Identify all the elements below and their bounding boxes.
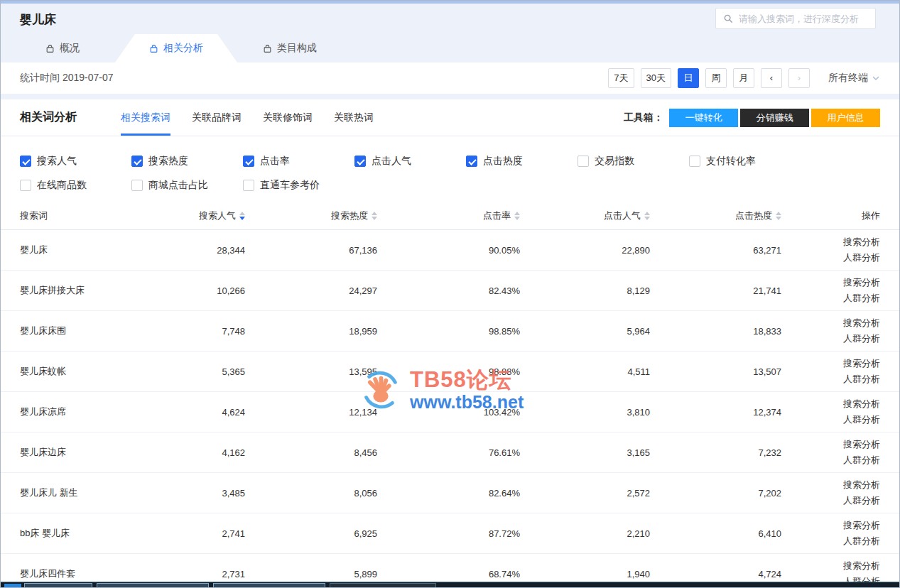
next-page-button[interactable]: ›	[788, 68, 810, 88]
crowd-analysis-link[interactable]: 人群分析	[843, 535, 880, 547]
search-analysis-link[interactable]: 搜索分析	[843, 439, 880, 450]
sort-carets-icon[interactable]	[239, 212, 245, 220]
column-header-click-rate[interactable]: 点击率	[377, 209, 520, 222]
checkbox-icon[interactable]	[20, 180, 31, 191]
search-box[interactable]	[715, 8, 876, 29]
cell-search-heat: 8,456	[245, 447, 377, 458]
checkbox-icon[interactable]	[243, 156, 254, 167]
filter-click-rate[interactable]: 点击率	[243, 155, 354, 168]
crowd-analysis-link[interactable]: 人群分析	[843, 374, 880, 385]
subtab-related-brand-terms[interactable]: 关联品牌词	[192, 99, 242, 136]
column-header-click-popularity[interactable]: 点击人气	[520, 209, 650, 222]
checkbox-icon[interactable]	[354, 156, 366, 167]
checkbox-icon[interactable]	[689, 156, 700, 167]
bag-icon	[149, 44, 158, 53]
taskbar-window-button[interactable]	[330, 583, 436, 588]
cell-actions: 搜索分析人群分析	[781, 520, 880, 547]
toolbox: 工具箱： 一键转化分销赚钱用户信息	[624, 109, 880, 127]
taskbar-window-button[interactable]	[97, 583, 209, 588]
bag-icon	[45, 44, 55, 53]
search-analysis-link[interactable]: 搜索分析	[843, 520, 880, 531]
search-analysis-link[interactable]: 搜索分析	[843, 479, 880, 491]
metric-filters: 搜索人气搜索热度点击率点击人气点击热度交易指数支付转化率在线商品数商城点击占比直…	[0, 136, 900, 202]
tab-overview[interactable]: 概况	[6, 34, 119, 62]
cell-click-popularity: 2,572	[520, 488, 650, 499]
taskbar-notification-chip[interactable]	[4, 584, 21, 588]
column-header-click-heat[interactable]: 点击热度	[650, 209, 781, 222]
user-info-button[interactable]: 用户信息	[811, 109, 880, 127]
sort-carets-icon[interactable]	[644, 212, 650, 220]
cell-click-rate: 103.42%	[377, 407, 520, 418]
crowd-analysis-link[interactable]: 人群分析	[843, 293, 880, 304]
column-header-search-popularity[interactable]: 搜索人气	[126, 209, 245, 222]
subtab-related-hot-terms[interactable]: 关联热词	[334, 99, 374, 136]
range-button-week[interactable]: 周	[705, 68, 727, 88]
sort-carets-icon[interactable]	[776, 212, 781, 220]
distribution-earn-button[interactable]: 分销赚钱	[740, 109, 809, 127]
related-words-card: 相关词分析 相关搜索词关联品牌词关联修饰词关联热词 工具箱： 一键转化分销赚钱用…	[0, 99, 900, 588]
checkbox-icon[interactable]	[131, 180, 143, 191]
crowd-analysis-link[interactable]: 人群分析	[843, 495, 880, 506]
checkbox-icon[interactable]	[578, 156, 589, 167]
cell-click-heat: 4,724	[650, 569, 781, 579]
cell-search-heat: 67,136	[245, 245, 377, 256]
column-label: 点击率	[483, 209, 511, 222]
filter-click-popularity[interactable]: 点击人气	[354, 155, 466, 168]
taskbar-window-button[interactable]	[213, 583, 325, 588]
cell-click-popularity: 3,810	[520, 407, 650, 418]
sort-carets-icon[interactable]	[372, 212, 377, 220]
filter-pay-conversion-rate[interactable]: 支付转化率	[689, 155, 801, 168]
range-button-7d[interactable]: 7天	[608, 68, 634, 88]
search-analysis-link[interactable]: 搜索分析	[843, 317, 880, 329]
filter-label: 点击率	[260, 155, 290, 168]
tab-label: 相关分析	[163, 42, 203, 55]
tab-related-analysis[interactable]: 相关分析	[119, 34, 233, 62]
column-label: 点击热度	[735, 209, 772, 222]
tab-category-composition[interactable]: 类目构成	[233, 34, 347, 62]
crowd-analysis-link[interactable]: 人群分析	[843, 333, 880, 344]
column-header-search-heat[interactable]: 搜索热度	[245, 209, 377, 222]
filter-search-popularity[interactable]: 搜索人气	[20, 155, 131, 168]
search-analysis-link[interactable]: 搜索分析	[843, 398, 880, 410]
checkbox-icon[interactable]	[131, 156, 143, 167]
one-key-convert-button[interactable]: 一键转化	[669, 109, 738, 127]
search-input[interactable]	[739, 13, 868, 24]
sort-carets-icon[interactable]	[514, 212, 520, 220]
search-analysis-link[interactable]: 搜索分析	[843, 358, 880, 369]
date-controls: 7天30天日周月 ‹ › 所有终端	[602, 68, 880, 88]
range-button-month[interactable]: 月	[733, 68, 754, 88]
column-header-action: 操作	[781, 209, 880, 222]
checkbox-icon[interactable]	[466, 156, 477, 167]
subtab-related-search-terms[interactable]: 相关搜索词	[121, 99, 170, 136]
crowd-analysis-link[interactable]: 人群分析	[843, 252, 880, 263]
taskbar-window-button[interactable]	[24, 583, 92, 588]
tab-label: 类目构成	[277, 42, 317, 55]
filter-online-products[interactable]: 在线商品数	[20, 179, 131, 192]
range-button-30d[interactable]: 30天	[641, 68, 671, 88]
search-analysis-link[interactable]: 搜索分析	[843, 560, 880, 572]
column-label: 搜索人气	[199, 209, 236, 222]
prev-page-button[interactable]: ‹	[761, 68, 782, 88]
column-label: 操作	[862, 209, 880, 222]
bag-icon	[263, 44, 272, 53]
cell-click-heat: 7,202	[650, 488, 781, 499]
crowd-analysis-link[interactable]: 人群分析	[843, 454, 880, 466]
cell-search-popularity: 2,741	[126, 528, 245, 539]
checkbox-icon[interactable]	[20, 156, 31, 167]
subtab-related-modifier-terms[interactable]: 关联修饰词	[263, 99, 313, 136]
terminal-dropdown[interactable]: 所有终端	[828, 72, 880, 85]
filter-mall-click-ratio[interactable]: 商城点击占比	[131, 179, 243, 192]
search-analysis-link[interactable]: 搜索分析	[843, 236, 880, 248]
cell-search-heat: 24,297	[245, 285, 377, 296]
filter-click-heat[interactable]: 点击热度	[466, 155, 578, 168]
checkbox-icon[interactable]	[243, 180, 254, 191]
cell-search-popularity: 28,344	[126, 245, 245, 256]
range-button-day[interactable]: 日	[678, 68, 699, 88]
crowd-analysis-link[interactable]: 人群分析	[843, 414, 880, 425]
filter-trade-index[interactable]: 交易指数	[578, 155, 689, 168]
filter-ztc-reference-price[interactable]: 直通车参考价	[243, 179, 354, 192]
filter-search-heat[interactable]: 搜索热度	[131, 155, 243, 168]
cell-actions: 搜索分析人群分析	[781, 317, 880, 344]
table-row: 婴儿床28,34467,13690.05%22,89063,271搜索分析人群分…	[0, 230, 900, 271]
search-analysis-link[interactable]: 搜索分析	[843, 277, 880, 288]
